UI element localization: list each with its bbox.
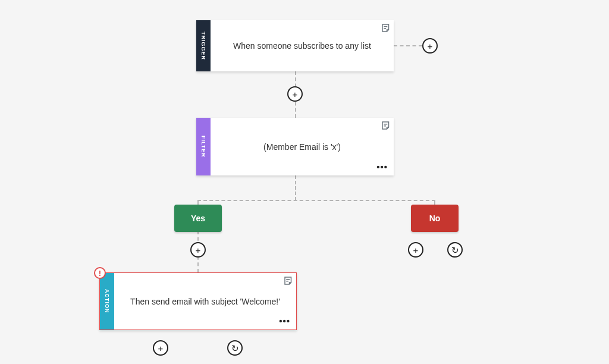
branch-yes-label: Yes [191,214,205,223]
trigger-sidebar-label: TRIGGER [200,32,206,60]
note-icon[interactable] [283,275,294,286]
add-after-trigger-button[interactable]: + [287,86,303,102]
plus-icon: + [293,90,298,99]
note-icon[interactable] [381,120,391,131]
add-after-action-button[interactable]: + [153,340,168,356]
filter-more-button[interactable]: ••• [376,162,388,172]
branch-no[interactable]: No [411,205,459,232]
filter-sidebar: FILTER [196,118,211,175]
filter-text: (Member Email is 'x') [263,142,341,152]
action-node[interactable]: ! ACTION Then send email with subject 'W… [99,272,297,330]
plus-icon: + [158,344,164,353]
action-sidebar: ACTION [100,273,114,330]
connector [394,45,422,46]
trigger-body: When someone subscribes to any list [211,20,394,71]
trigger-text: When someone subscribes to any list [233,41,371,51]
note-icon[interactable] [381,23,391,33]
filter-node[interactable]: FILTER (Member Email is 'x') ••• [196,118,394,175]
action-more-button[interactable]: ••• [279,316,290,326]
filter-sidebar-label: FILTER [200,136,206,158]
plus-icon: + [428,42,433,51]
add-after-no-button[interactable]: + [408,242,423,258]
connector [197,200,435,201]
refresh-icon: ↻ [231,344,239,353]
warning-badge[interactable]: ! [94,267,106,279]
add-after-yes-button[interactable]: + [190,242,206,258]
branch-no-label: No [429,214,441,223]
refresh-no-button[interactable]: ↻ [447,242,463,258]
filter-body: (Member Email is 'x') ••• [211,118,394,175]
action-body: Then send email with subject 'Welcome!' … [114,273,296,330]
trigger-sidebar: TRIGGER [196,20,211,71]
plus-icon: + [413,246,419,255]
refresh-icon: ↻ [451,246,459,255]
refresh-action-button[interactable]: ↻ [227,340,243,356]
connector [295,175,296,200]
plus-icon: + [196,246,201,255]
workflow-canvas: TRIGGER When someone subscribes to any l… [0,0,609,364]
action-text: Then send email with subject 'Welcome!' [130,297,280,306]
trigger-node[interactable]: TRIGGER When someone subscribes to any l… [196,20,394,71]
action-sidebar-label: ACTION [104,289,110,313]
add-trigger-sibling-button[interactable]: + [422,38,438,54]
branch-yes[interactable]: Yes [174,205,222,232]
warning-icon: ! [99,269,101,278]
